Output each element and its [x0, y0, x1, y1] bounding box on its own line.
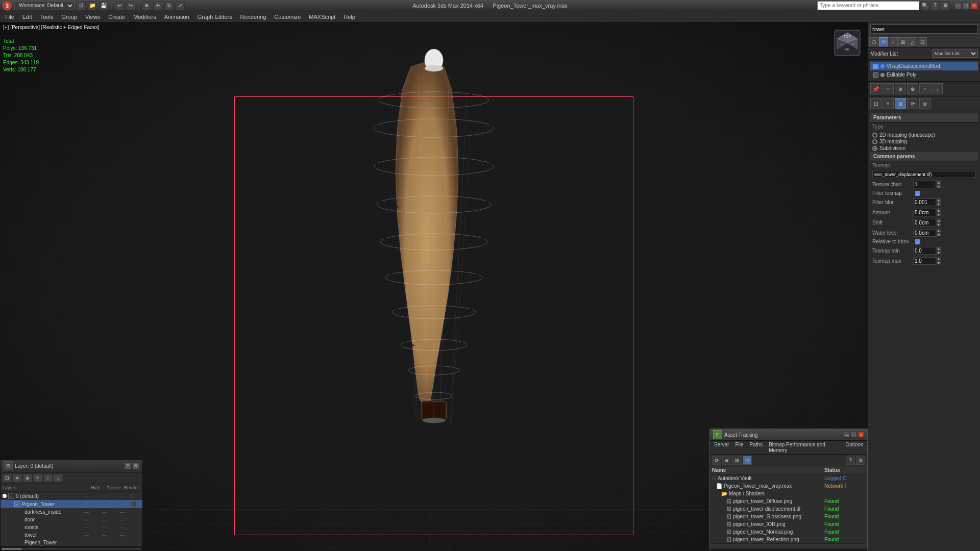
mod-tb-remove[interactable]: ⊗: [907, 83, 918, 94]
layer-item-pigeon-tower[interactable]: − Pigeon_Tower ✓ — — ⬛: [1, 500, 142, 508]
layer-scrollbar-thumb[interactable]: [2, 548, 22, 550]
texture-chan-up[interactable]: ▲: [936, 180, 941, 184]
texmap-max-down[interactable]: ▼: [936, 261, 941, 265]
amount-up[interactable]: ▲: [936, 208, 941, 212]
shift-down[interactable]: ▼: [936, 222, 941, 227]
scale-btn[interactable]: ⤢: [176, 1, 185, 10]
texmap-max-input[interactable]: [913, 257, 936, 265]
menu-maxscript[interactable]: MAXScript: [305, 11, 339, 22]
filter-blur-input[interactable]: [913, 198, 936, 206]
menu-views[interactable]: Views: [81, 11, 104, 22]
modifier-list-dropdown[interactable]: Modifier List: [932, 49, 978, 58]
layer-expand-default[interactable]: −: [8, 493, 14, 499]
search-input[interactable]: [817, 1, 919, 10]
layer-tb-add[interactable]: ⊕: [23, 474, 32, 482]
panel-tab-3[interactable]: ⊞: [895, 98, 906, 109]
at-row-glossiness[interactable]: 🖼 pigeon_tower_Glossiness.png Found: [710, 513, 867, 520]
panel-icon-motion[interactable]: ⊞: [898, 37, 908, 46]
texture-chan-down[interactable]: ▼: [936, 184, 941, 188]
panel-tab-2[interactable]: ≡: [883, 98, 894, 109]
at-minimize-btn[interactable]: —: [844, 432, 850, 438]
at-tb-detail[interactable]: ⊡: [743, 456, 752, 465]
navigation-cube[interactable]: TOP L R FR: [832, 28, 863, 58]
texture-chan-input[interactable]: [913, 181, 936, 188]
layer-item-default[interactable]: − 0 (default) — — — ⬚: [1, 492, 142, 500]
panel-icon-modify[interactable]: ⟳: [879, 37, 888, 46]
layer-tb-new[interactable]: ⊡: [3, 474, 12, 482]
layer-close-btn[interactable]: ✕: [132, 462, 139, 469]
mod-tb-up[interactable]: ↑: [919, 83, 930, 94]
amount-input[interactable]: [913, 209, 936, 216]
at-row-ior[interactable]: 🖼 pigeon_tower_IOR.png Found: [710, 520, 867, 528]
menu-modifiers[interactable]: Modifiers: [129, 11, 160, 22]
at-row-reflection[interactable]: 🖼 pigeon_tower_Reflection.png Found: [710, 536, 867, 543]
layer-item-darkness[interactable]: darkness_inside — — —: [1, 508, 142, 516]
mod-tb-pin[interactable]: 📌: [870, 83, 881, 94]
at-row-displacement[interactable]: 🖼 pigeon_tower displacement.tif Found: [710, 505, 867, 513]
filter-blur-spinner[interactable]: ▲ ▼: [913, 198, 941, 206]
menu-rendering[interactable]: Rendering: [236, 11, 271, 22]
layer-item-door[interactable]: door — — —: [1, 516, 142, 523]
toolbar-btn-2[interactable]: 📁: [88, 1, 97, 10]
texture-chan-spinner[interactable]: ▲ ▼: [913, 180, 941, 188]
shift-up[interactable]: ▲: [936, 218, 941, 222]
modifier-editable-poly[interactable]: Editable Poly: [870, 70, 978, 79]
panel-tab-5[interactable]: ⊕: [919, 98, 930, 109]
texmap-min-spinner[interactable]: ▲ ▼: [913, 246, 941, 255]
redo-btn[interactable]: ↪: [126, 1, 135, 10]
panel-icon-utility[interactable]: ⊡: [918, 37, 927, 46]
menu-group[interactable]: Group: [57, 11, 81, 22]
menu-help[interactable]: Help: [339, 11, 359, 22]
layer-item-pigeon-tower-2[interactable]: Pigeon_Tower — — —: [1, 539, 142, 546]
at-menu-paths[interactable]: Paths: [747, 441, 766, 454]
at-row-max-file[interactable]: 📄 Pigeon_Tower_max_vray.max Network I: [710, 482, 867, 490]
panel-icon-hierarchy[interactable]: ≡: [889, 37, 898, 46]
modifier-vray-displacement[interactable]: ✓ VRayDisplacementMod: [870, 62, 978, 70]
amount-spinner[interactable]: ▲ ▼: [913, 208, 941, 216]
menu-create[interactable]: Create: [104, 11, 129, 22]
undo-btn[interactable]: ↩: [115, 1, 124, 10]
mod-tb-list[interactable]: ≡: [883, 83, 894, 94]
modifier-checkbox-ep[interactable]: [873, 72, 878, 78]
menu-tools[interactable]: Tools: [36, 11, 58, 22]
at-close-btn[interactable]: ✕: [858, 432, 864, 438]
select-btn[interactable]: ⊕: [142, 1, 151, 10]
at-tb-grid[interactable]: ⊞: [732, 456, 742, 465]
texmap-min-input[interactable]: [913, 247, 936, 255]
water-level-spinner[interactable]: ▲ ▼: [913, 229, 941, 237]
layer-item-roosts[interactable]: roosts — — —: [1, 523, 142, 531]
texmap-min-down[interactable]: ▼: [936, 251, 941, 255]
search-btn[interactable]: 🔍: [920, 1, 929, 10]
layer-expand-pt[interactable]: −: [14, 501, 20, 507]
toolbar-btn-1[interactable]: ⊡: [77, 1, 86, 10]
texmap-value[interactable]: eon_tower_displacement.tif): [872, 171, 976, 178]
layer-tb-up[interactable]: ↑: [43, 474, 53, 482]
at-row-normal[interactable]: 🖼 pigeon_tower_Normal.png Found: [710, 528, 867, 536]
shift-spinner[interactable]: ▲ ▼: [913, 218, 941, 227]
menu-graph-editors[interactable]: Graph Editors: [193, 11, 236, 22]
panel-tab-1[interactable]: ⊡: [870, 98, 881, 109]
at-row-diffuse[interactable]: 🖼 pigeon_tower_Diffuse.png Found: [710, 497, 867, 505]
menu-customize[interactable]: Customize: [270, 11, 305, 22]
move-btn[interactable]: ✛: [153, 1, 162, 10]
at-horizontal-scrollbar[interactable]: [710, 543, 867, 548]
filter-blur-down[interactable]: ▼: [936, 202, 941, 206]
at-menu-file[interactable]: File: [732, 441, 746, 454]
layer-tb-down[interactable]: ↓: [54, 474, 63, 482]
radio-3d-mapping[interactable]: 3D mapping: [872, 139, 976, 144]
settings-btn[interactable]: ⚙: [941, 1, 950, 10]
modifier-checkbox-vray[interactable]: ✓: [873, 64, 878, 69]
radio-2d-mapping[interactable]: 2D mapping (landscape): [872, 132, 976, 138]
toolbar-btn-3[interactable]: 💾: [99, 1, 108, 10]
at-tb-refresh[interactable]: ⟳: [712, 456, 721, 465]
panel-search-input[interactable]: [870, 24, 978, 34]
at-tb-list[interactable]: ≡: [722, 456, 731, 465]
filter-texmap-checkbox[interactable]: ✓: [915, 191, 920, 196]
minimize-btn[interactable]: —: [954, 2, 962, 9]
filter-blur-up[interactable]: ▲: [936, 198, 941, 202]
at-tb-help[interactable]: ?: [846, 456, 855, 465]
at-maximize-btn[interactable]: □: [851, 432, 857, 438]
workspace-dropdown[interactable]: Workspace: Default: [14, 1, 75, 10]
radio-subdivision[interactable]: Subdivision: [872, 145, 976, 151]
amount-down[interactable]: ▼: [936, 212, 941, 216]
